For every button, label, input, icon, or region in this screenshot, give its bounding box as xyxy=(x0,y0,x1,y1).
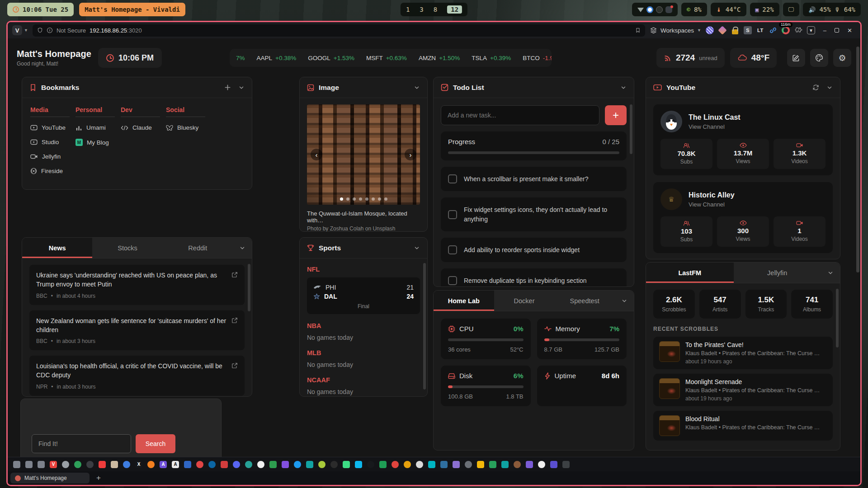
add-task-button[interactable]: + xyxy=(605,105,627,125)
sports-scrollbar[interactable] xyxy=(423,263,426,389)
extensions-puzzle-icon[interactable] xyxy=(794,26,802,34)
bookmark-link-jellyfin[interactable]: Jellyfin xyxy=(30,153,70,160)
bookmark-favicon[interactable] xyxy=(330,461,338,468)
raindrop-extension-icon[interactable] xyxy=(706,26,714,34)
bookmark-favicon[interactable] xyxy=(489,461,496,468)
task-checkbox[interactable] xyxy=(448,276,457,285)
scrobble-item[interactable]: To the Pirates' Cave! Klaus Badelt • Pir… xyxy=(653,337,833,369)
bookmark-flag-icon[interactable] xyxy=(635,27,641,33)
bookmark-link-my-blog[interactable]: M My Blog xyxy=(75,139,115,146)
task-checkbox[interactable] xyxy=(448,245,457,254)
rss-unread-widget[interactable]: 2724 unread xyxy=(656,48,725,68)
collapse-widget-button[interactable] xyxy=(826,84,833,91)
new-task-input[interactable] xyxy=(441,105,599,125)
bookmark-favicon[interactable] xyxy=(538,461,545,468)
bookmark-favicon[interactable] xyxy=(526,461,533,468)
collapse-widget-button[interactable] xyxy=(414,84,420,91)
tray-browser-icon[interactable] xyxy=(646,6,653,13)
address-bar[interactable]: Not Secure 192.168.86.25:3020 xyxy=(33,24,645,37)
news-item[interactable]: Ukraine says 'understanding' reached wit… xyxy=(29,265,245,305)
bookmark-favicon[interactable] xyxy=(294,461,301,468)
workspace-3[interactable]: 3 xyxy=(420,6,423,13)
bookmark-link-claude[interactable]: Claude xyxy=(121,124,160,131)
tab-lastfm[interactable]: LastFM xyxy=(646,263,734,283)
bookmark-favicon[interactable] xyxy=(318,461,326,468)
discord-tray-icon[interactable] xyxy=(665,6,672,13)
refresh-icon[interactable] xyxy=(812,84,819,91)
bookmark-favicon[interactable] xyxy=(147,461,155,468)
add-bookmark-button[interactable] xyxy=(224,84,231,91)
bookmark-favicon[interactable] xyxy=(74,461,81,468)
task-checkbox[interactable] xyxy=(448,174,457,183)
workspace-switcher[interactable]: 1 3 8 12 xyxy=(401,3,467,16)
carousel-dot[interactable] xyxy=(384,197,387,201)
external-link-icon[interactable] xyxy=(231,272,238,278)
bookmark-favicon[interactable] xyxy=(514,461,521,468)
bookmark-favicon[interactable] xyxy=(282,461,289,468)
bookmark-favicon[interactable] xyxy=(550,461,557,468)
game-card[interactable]: PHI 21 DAL 24 Final xyxy=(307,277,420,314)
bookmark-favicon[interactable] xyxy=(562,461,570,468)
bookmark-favicon[interactable] xyxy=(428,461,435,468)
bookmark-favicon[interactable] xyxy=(392,461,399,468)
edit-layout-button[interactable] xyxy=(787,49,805,67)
tab-news[interactable]: News xyxy=(22,238,92,258)
bookmark-favicon[interactable] xyxy=(269,461,277,468)
bookmark-favicon[interactable] xyxy=(379,461,387,468)
bookmark-link-fireside[interactable]: Fireside xyxy=(30,168,70,174)
minimize-button[interactable]: – xyxy=(823,27,826,34)
bookmark-favicon[interactable] xyxy=(184,461,191,468)
bookmark-favicon[interactable] xyxy=(62,461,69,468)
bookmark-favicon[interactable] xyxy=(233,461,240,468)
bookmark-favicon[interactable] xyxy=(123,461,130,468)
volume-module[interactable]: 🔊 45% 🎙 64% xyxy=(803,3,861,16)
collapse-widget-button[interactable] xyxy=(233,238,252,258)
todo-task[interactable]: When a scrollbar is present make it smal… xyxy=(441,167,627,191)
news-item[interactable]: Louisiana's top health official, a criti… xyxy=(29,356,245,396)
browser-tab-active[interactable]: Matt's Homepage xyxy=(10,473,90,483)
new-tab-button[interactable]: + xyxy=(93,474,104,483)
lastfm-scrollbar[interactable] xyxy=(836,289,839,347)
carousel-prev-button[interactable]: ‹ xyxy=(311,149,322,160)
bookmark-favicon[interactable] xyxy=(208,461,216,468)
page-scrollbar[interactable] xyxy=(856,47,859,272)
bookmark-link-youtube[interactable]: YouTube xyxy=(30,124,70,131)
tab-reddit[interactable]: Reddit xyxy=(163,238,233,258)
external-link-icon[interactable] xyxy=(231,317,238,324)
carousel-dot[interactable] xyxy=(353,197,356,201)
bookmark-favicon[interactable]: A xyxy=(172,461,179,468)
diamond-extension-icon[interactable] xyxy=(718,26,727,35)
vivaldi-menu-button[interactable]: V ▼ xyxy=(12,25,28,35)
carousel-dot[interactable] xyxy=(378,197,381,201)
tab-docker[interactable]: Docker xyxy=(494,291,555,311)
workspace-1[interactable]: 1 xyxy=(406,6,410,13)
scrobble-item[interactable]: Blood Ritual Klaus Badelt • Pirates of t… xyxy=(653,411,833,441)
todo-task[interactable]: Add ability to reorder sports inside wid… xyxy=(441,238,627,262)
search-input[interactable] xyxy=(32,434,131,453)
bookmark-link-umami[interactable]: Umami xyxy=(75,124,115,131)
screentime-donut-extension-icon[interactable]: 116m xyxy=(782,26,790,34)
bookmark-link-bluesky[interactable]: Bluesky xyxy=(166,124,205,131)
settings-button[interactable]: ⚙ xyxy=(833,49,851,67)
collapse-widget-button[interactable] xyxy=(238,84,245,91)
bookmark-favicon[interactable] xyxy=(99,461,106,468)
workspace-8[interactable]: 8 xyxy=(434,6,437,13)
bookmark-favicon[interactable] xyxy=(196,461,203,468)
carousel-dot[interactable] xyxy=(359,197,362,201)
tab-home-lab[interactable]: Home Lab xyxy=(434,291,494,311)
bookmark-link-studio[interactable]: Studio xyxy=(30,139,70,145)
tab-speedtest[interactable]: Speedtest xyxy=(554,291,615,311)
bookmark-favicon[interactable] xyxy=(453,461,460,468)
bookmark-favicon[interactable] xyxy=(221,461,228,468)
carousel-dot[interactable] xyxy=(340,197,343,201)
carousel-dot[interactable] xyxy=(346,197,349,201)
s-extension-icon[interactable]: S xyxy=(744,26,752,34)
todo-task[interactable]: Fix widget settings icons, they don't ac… xyxy=(441,197,627,231)
bookmark-favicon[interactable] xyxy=(306,461,313,468)
todo-scrollbar[interactable] xyxy=(630,104,632,154)
link-extension-icon[interactable] xyxy=(769,26,777,34)
task-checkbox[interactable] xyxy=(448,210,457,219)
bookmark-favicon[interactable] xyxy=(25,461,33,468)
tab-jellyfin[interactable]: Jellyfin xyxy=(734,263,821,283)
workspaces-button[interactable]: Workspaces ▼ xyxy=(650,27,701,34)
